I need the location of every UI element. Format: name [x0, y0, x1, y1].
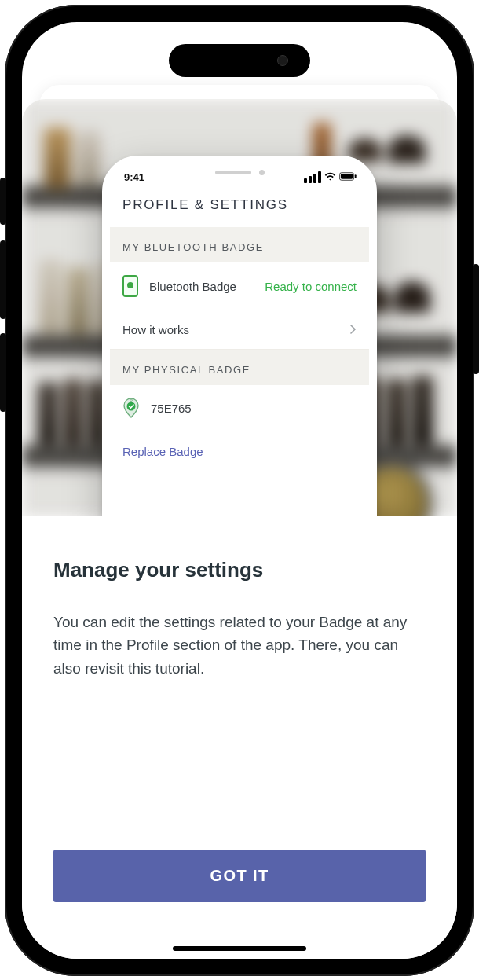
device-screen: 09:51 — [22, 22, 457, 959]
svg-point-7 — [130, 399, 133, 402]
bluetooth-badge-icon — [122, 275, 138, 297]
sheet-heading: Manage your settings — [53, 558, 426, 582]
dynamic-island — [169, 44, 310, 77]
how-it-works-row[interactable]: How it works — [110, 310, 369, 350]
tutorial-illustration-area: 9:41 PROFIL — [22, 22, 457, 517]
physical-badge-icon — [122, 398, 140, 418]
volume-up-button — [0, 240, 6, 319]
replace-badge-label: Replace Badge — [122, 445, 203, 458]
chevron-right-icon — [350, 323, 357, 336]
device-frame: 09:51 — [5, 5, 474, 976]
bluetooth-section-header: MY BLUETOOTH BADGE — [110, 227, 369, 262]
battery-icon — [339, 171, 357, 183]
physical-badge-row[interactable]: 75E765 — [110, 385, 369, 431]
svg-rect-4 — [341, 174, 353, 179]
svg-rect-5 — [355, 174, 357, 178]
volume-down-button — [0, 333, 6, 412]
replace-badge-link[interactable]: Replace Badge — [110, 431, 369, 472]
inner-camera-icon — [259, 170, 265, 175]
battery-icon — [405, 50, 429, 64]
speaker-icon — [215, 171, 251, 174]
wifi-icon — [382, 49, 400, 64]
how-it-works-label: How it works — [122, 323, 350, 336]
wifi-icon — [324, 171, 336, 183]
bluetooth-badge-label: Bluetooth Badge — [149, 280, 265, 293]
status-time: 09:51 — [50, 46, 97, 67]
physical-badge-code: 75E765 — [151, 402, 357, 415]
inner-page-title: PROFILE & SETTINGS — [110, 186, 369, 227]
bluetooth-badge-status: Ready to connect — [265, 280, 357, 293]
blurred-background: 9:41 PROFIL — [22, 99, 457, 517]
cellular-signal-icon — [360, 51, 377, 63]
home-indicator[interactable] — [173, 946, 306, 951]
status-icons — [360, 49, 429, 64]
side-button — [0, 178, 6, 225]
inner-phone-notch — [181, 163, 298, 182]
power-button — [473, 264, 479, 374]
svg-rect-2 — [426, 53, 429, 57]
svg-point-6 — [127, 402, 136, 411]
inner-status-time: 9:41 — [124, 171, 144, 183]
inner-phone-mockup: 9:41 PROFIL — [102, 156, 377, 517]
bluetooth-badge-row[interactable]: Bluetooth Badge Ready to connect — [110, 262, 369, 310]
cellular-signal-icon — [304, 171, 321, 183]
got-it-button[interactable]: GOT IT — [53, 850, 426, 902]
front-camera-icon — [277, 55, 288, 66]
tutorial-sheet: Manage your settings You can edit the se… — [22, 516, 457, 959]
svg-rect-1 — [408, 52, 424, 59]
got-it-label: GOT IT — [210, 867, 269, 884]
sheet-body: You can edit the settings related to you… — [53, 611, 426, 680]
physical-section-header: MY PHYSICAL BADGE — [110, 350, 369, 385]
